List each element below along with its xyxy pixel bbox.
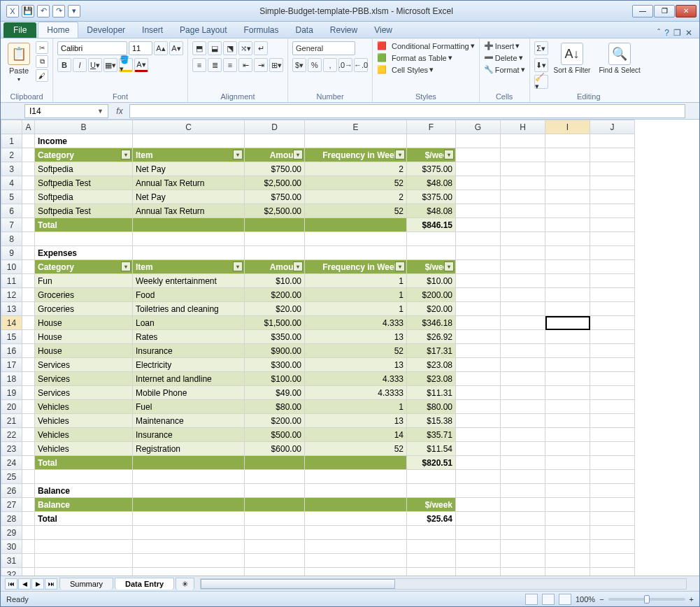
cell[interactable]	[22, 344, 35, 358]
name-box[interactable]: I14▼	[24, 104, 108, 118]
cell[interactable]: Food	[133, 288, 245, 302]
column-header-H[interactable]: H	[501, 120, 545, 134]
zoom-in-icon[interactable]: +	[690, 595, 694, 604]
cell[interactable]: $48.08	[407, 204, 456, 218]
cell[interactable]	[545, 162, 590, 176]
cell[interactable]	[456, 302, 501, 316]
row-header[interactable]: 29	[1, 526, 22, 540]
cell[interactable]	[501, 442, 545, 456]
cell[interactable]	[545, 260, 590, 274]
cell[interactable]	[545, 134, 590, 148]
cell[interactable]	[590, 288, 635, 302]
cell[interactable]	[22, 484, 35, 498]
fx-icon[interactable]: fx	[113, 104, 127, 118]
cell[interactable]: 52	[305, 442, 407, 456]
cell[interactable]: $1,500.00	[245, 316, 305, 330]
column-header-C[interactable]: C	[133, 120, 245, 134]
cell[interactable]	[456, 484, 501, 498]
scroll-thumb[interactable]	[201, 579, 395, 589]
cell[interactable]: Softpedia	[35, 162, 133, 176]
row-header[interactable]: 1	[1, 134, 22, 148]
restore-doc-icon[interactable]: ❐	[673, 28, 681, 38]
cell[interactable]	[501, 316, 545, 330]
cell[interactable]	[22, 302, 35, 316]
cell[interactable]	[245, 526, 305, 540]
cell[interactable]: Maintenance	[133, 414, 245, 428]
autosum-icon[interactable]: Σ▾	[534, 41, 548, 55]
cell[interactable]	[456, 526, 501, 540]
cell[interactable]	[590, 400, 635, 414]
row-header[interactable]: 5	[1, 190, 22, 204]
cell[interactable]: $11.54	[407, 442, 456, 456]
cell[interactable]: Internet and landline	[133, 372, 245, 386]
cell[interactable]	[35, 470, 133, 484]
cell[interactable]	[456, 288, 501, 302]
cell[interactable]	[22, 470, 35, 484]
cell[interactable]	[501, 190, 545, 204]
cell[interactable]	[590, 330, 635, 344]
cell[interactable]: Services	[35, 372, 133, 386]
row-header[interactable]: 7	[1, 218, 22, 232]
cell[interactable]	[456, 568, 501, 576]
cell[interactable]	[407, 484, 456, 498]
font-size-input[interactable]	[129, 41, 152, 55]
fill-color-button[interactable]: 🪣▾	[119, 58, 133, 72]
cell[interactable]	[245, 134, 305, 148]
cell[interactable]	[22, 498, 35, 512]
cell[interactable]	[590, 414, 635, 428]
cell[interactable]	[590, 554, 635, 568]
row-header[interactable]: 21	[1, 414, 22, 428]
tab-insert[interactable]: Insert	[134, 22, 171, 38]
cell[interactable]	[245, 246, 305, 260]
sheet-next-icon[interactable]: ▶	[31, 578, 44, 590]
cell[interactable]	[590, 358, 635, 372]
cell[interactable]: Toiletries and cleaning	[133, 302, 245, 316]
cell[interactable]: $35.71	[407, 428, 456, 442]
insert-cells-button[interactable]: ➕Insert▾	[484, 41, 520, 50]
cell[interactable]: Income	[35, 134, 133, 148]
cell[interactable]	[22, 512, 35, 526]
cell[interactable]	[590, 372, 635, 386]
cell[interactable]	[133, 498, 245, 512]
cell[interactable]	[545, 316, 590, 330]
maximize-button[interactable]: ❐	[654, 5, 675, 17]
column-header-I[interactable]: I	[545, 120, 590, 134]
cell[interactable]	[22, 540, 35, 554]
cell[interactable]	[545, 400, 590, 414]
cell[interactable]	[501, 484, 545, 498]
cell[interactable]	[545, 204, 590, 218]
cell[interactable]	[501, 176, 545, 190]
cell[interactable]	[305, 498, 407, 512]
cell[interactable]: $200.00	[245, 288, 305, 302]
cell[interactable]	[590, 470, 635, 484]
cell[interactable]: $/week▾	[407, 260, 456, 274]
cell[interactable]: 1	[305, 302, 407, 316]
cell[interactable]	[245, 512, 305, 526]
cell[interactable]: $/week	[407, 498, 456, 512]
cell[interactable]	[501, 400, 545, 414]
row-header[interactable]: 28	[1, 512, 22, 526]
cell[interactable]	[456, 246, 501, 260]
conditional-formatting-button[interactable]: 🟥 Conditional Formatting▾	[377, 41, 475, 50]
format-as-table-button[interactable]: 🟩 Format as Table▾	[377, 53, 452, 62]
cell[interactable]: Net Pay	[133, 162, 245, 176]
cell[interactable]	[501, 568, 545, 576]
cell[interactable]: Fun	[35, 274, 133, 288]
column-header-E[interactable]: E	[305, 120, 407, 134]
cell[interactable]: Groceries	[35, 288, 133, 302]
increase-decimal-icon[interactable]: .0→	[338, 58, 352, 72]
tab-data[interactable]: Data	[287, 22, 321, 38]
row-header[interactable]: 23	[1, 442, 22, 456]
filter-icon[interactable]: ▾	[444, 262, 454, 271]
sheet-tab-data-entry[interactable]: Data Entry	[115, 578, 174, 590]
cell[interactable]: $11.31	[407, 386, 456, 400]
cell[interactable]: $200.00	[407, 288, 456, 302]
cell[interactable]	[545, 554, 590, 568]
cell[interactable]	[545, 288, 590, 302]
font-color-button[interactable]: A▾	[134, 58, 148, 72]
cell[interactable]	[22, 568, 35, 576]
cell[interactable]	[35, 526, 133, 540]
row-header[interactable]: 2	[1, 148, 22, 162]
cell[interactable]	[22, 204, 35, 218]
align-bottom-icon[interactable]: ⬔	[223, 41, 237, 55]
